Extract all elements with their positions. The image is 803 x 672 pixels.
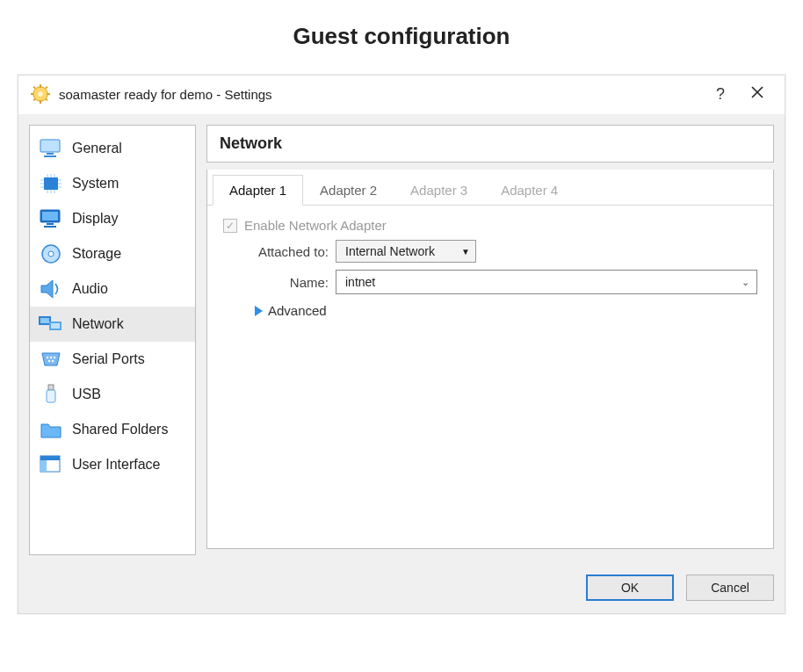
adapter-tabs: Adapter 1 Adapter 2 Adapter 3 Adapter 4 [207,170,773,206]
folder-icon [39,419,63,440]
tab-adapter-1[interactable]: Adapter 1 [213,175,303,206]
titlebar: soamaster ready for demo - Settings ? [18,76,785,114]
svg-point-41 [48,360,50,362]
svg-rect-44 [47,390,55,402]
svg-rect-12 [44,155,56,157]
sidebar-item-label: Shared Folders [72,422,168,437]
svg-rect-2 [40,100,41,104]
close-button[interactable] [742,85,772,104]
svg-rect-29 [44,226,56,228]
svg-rect-4 [47,93,50,95]
svg-rect-36 [51,323,60,329]
advanced-label: Advanced [268,303,327,318]
svg-rect-47 [40,460,47,472]
name-label: Name: [223,275,329,290]
svg-point-40 [54,357,55,358]
cancel-button[interactable]: Cancel [686,574,774,601]
window-title: soamaster ready for demo - Settings [59,87,705,102]
page-title: Guest configuration [18,23,785,50]
sidebar-item-usb[interactable]: USB [30,377,195,412]
svg-rect-35 [40,318,49,323]
chevron-down-icon: ▼ [461,247,470,257]
name-combobox[interactable]: intnet ⌄ [336,270,757,294]
svg-rect-13 [44,177,58,190]
sidebar-item-label: Network [72,316,124,332]
attached-to-label: Attached to: [223,244,329,259]
svg-rect-43 [48,385,54,390]
serial-port-icon [39,349,63,370]
enable-adapter-label: Enable Network Adapter [244,218,387,233]
tab-adapter-4: Adapter 4 [484,175,575,205]
advanced-toggle[interactable]: Advanced [255,303,757,318]
sidebar-item-serial-ports[interactable]: Serial Ports [30,342,195,377]
sidebar-item-general[interactable]: General [30,131,195,166]
name-value: intnet [345,275,375,289]
gear-icon [31,84,50,104]
display-icon [39,208,63,229]
disk-icon [39,243,63,264]
enable-adapter-checkbox[interactable]: ✓ [223,219,237,233]
adapter-form: ✓ Enable Network Adapter Attached to: In… [207,206,773,330]
sidebar-item-audio[interactable]: Audio [30,271,195,307]
sidebar-item-label: Display [72,211,118,227]
svg-rect-46 [40,456,60,460]
sidebar-item-display[interactable]: Display [30,201,195,236]
sidebar-item-network[interactable]: Network [30,307,195,342]
attached-to-dropdown[interactable]: Internal Network ▼ [336,240,476,263]
svg-point-31 [48,251,54,257]
svg-marker-37 [42,353,60,365]
usb-icon [39,384,63,405]
sidebar-item-storage[interactable]: Storage [30,236,195,271]
help-button[interactable]: ? [705,85,735,104]
svg-rect-10 [40,140,60,152]
tab-adapter-3: Adapter 3 [394,175,484,205]
svg-rect-28 [47,223,54,225]
sidebar-item-label: System [72,176,119,191]
sidebar-item-shared-folders[interactable]: Shared Folders [30,412,195,447]
main-panel: Network Adapter 1 Adapter 2 Adapter 3 Ad… [206,125,774,555]
sidebar-item-label: Serial Ports [72,351,145,367]
sidebar-item-user-interface[interactable]: User Interface [30,447,195,482]
sidebar-item-label: General [72,141,122,156]
sidebar-item-label: User Interface [72,457,160,473]
ok-button[interactable]: OK [586,574,674,601]
speaker-icon [39,278,63,300]
svg-marker-32 [41,280,53,298]
svg-rect-3 [31,93,34,95]
svg-point-42 [52,360,54,362]
chevron-down-icon: ⌄ [742,277,749,288]
layout-icon [39,454,63,475]
attached-to-value: Internal Network [345,244,435,258]
svg-point-39 [50,357,52,358]
sidebar-item-label: Audio [72,281,108,297]
sidebar-item-system[interactable]: System [30,166,195,201]
sidebar-item-label: USB [72,387,101,402]
svg-point-9 [38,91,43,97]
svg-rect-27 [42,212,58,220]
network-icon [39,314,63,335]
chip-icon [39,173,63,194]
panel-heading: Network [206,125,774,163]
settings-dialog: soamaster ready for demo - Settings ? Ge… [18,75,785,614]
tab-adapter-2[interactable]: Adapter 2 [303,175,394,205]
svg-rect-1 [40,84,41,88]
svg-rect-11 [47,153,54,155]
settings-sidebar: General System Display Storage Audio Net… [29,125,196,555]
monitor-icon [39,138,63,159]
sidebar-item-label: Storage [72,246,121,262]
dialog-footer: OK Cancel [18,566,785,613]
svg-point-38 [47,357,48,358]
triangle-right-icon [255,306,263,316]
